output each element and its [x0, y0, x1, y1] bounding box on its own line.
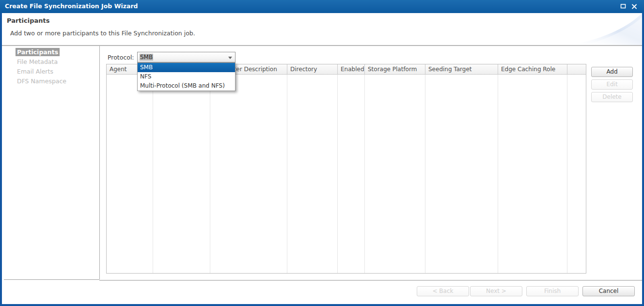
- sidebar-item-label: DFS Namespace: [16, 77, 68, 85]
- close-button[interactable]: [631, 3, 637, 9]
- sidebar-divider: [99, 46, 100, 279]
- table-column: [365, 75, 425, 273]
- dropdown-option-nfs[interactable]: NFS: [138, 72, 235, 81]
- window-border-left: [0, 13, 2, 306]
- protocol-dropdown[interactable]: SMB: [137, 52, 236, 62]
- column-header-directory[interactable]: Directory: [287, 64, 338, 74]
- delete-button: Delete: [591, 92, 633, 102]
- table-column: [338, 75, 365, 273]
- protocol-options-list: SMBNFSMulti-Protocol (SMB and NFS): [137, 62, 236, 91]
- table-column: [107, 75, 153, 273]
- footer-divider-left: [4, 279, 99, 280]
- protocol-label: Protocol:: [108, 54, 134, 61]
- close-icon: [631, 3, 637, 9]
- next-button: Next >: [470, 286, 522, 296]
- window-border-bottom: [0, 304, 644, 306]
- sidebar-item-dfs-namespace: DFS Namespace: [4, 77, 99, 87]
- participants-table-body: [107, 75, 586, 273]
- table-column: [210, 75, 287, 273]
- participants-table: AgentComputer DescriptionDirectoryEnable…: [106, 64, 586, 274]
- sidebar-item-label: File Metadata: [16, 58, 59, 66]
- footer-divider: [99, 280, 642, 281]
- participant-action-buttons: AddEditDelete: [591, 67, 633, 102]
- wizard-window: Create File Synchronization Job Wizard: [0, 0, 644, 306]
- sidebar-item-email-alerts: Email Alerts: [4, 67, 99, 77]
- column-header-edge-caching-role[interactable]: Edge Caching Role: [498, 64, 567, 74]
- table-column: [498, 75, 567, 273]
- maximize-button[interactable]: [620, 3, 626, 9]
- window-border-right: [642, 13, 644, 306]
- finish-button: Finish: [526, 286, 579, 296]
- wizard-steps-list: ParticipantsFile MetadataEmail AlertsDFS…: [4, 48, 99, 87]
- protocol-selected-value: SMB: [140, 54, 153, 61]
- chevron-down-icon[interactable]: [228, 57, 232, 59]
- page-subtitle: Add two or more participants to this Fil…: [10, 30, 195, 37]
- wizard-header: Participants Add two or more participant…: [2, 13, 642, 45]
- title-bar[interactable]: Create File Synchronization Job Wizard: [0, 0, 644, 13]
- sidebar-item-file-metadata: File Metadata: [4, 58, 99, 67]
- back-button: < Back: [417, 286, 469, 296]
- page-title: Participants: [7, 17, 49, 24]
- table-column: [153, 75, 210, 273]
- dropdown-option-smb[interactable]: SMB: [138, 63, 235, 72]
- add-button[interactable]: Add: [591, 67, 633, 77]
- table-column: [287, 75, 338, 273]
- window-controls: [620, 3, 637, 9]
- maximize-icon: [620, 3, 626, 9]
- column-header-seeding-target[interactable]: Seeding Target: [425, 64, 498, 74]
- sidebar-item-label: Email Alerts: [16, 67, 55, 76]
- column-header-storage-platform[interactable]: Storage Platform: [365, 64, 425, 74]
- edit-button: Edit: [591, 79, 633, 90]
- cancel-button[interactable]: Cancel: [582, 286, 635, 296]
- column-header-blank[interactable]: [567, 64, 586, 74]
- decorative-swoosh-graphic: [555, 13, 642, 45]
- sidebar-item-participants[interactable]: Participants: [4, 48, 99, 58]
- header-divider: [2, 45, 642, 46]
- window-title: Create File Synchronization Job Wizard: [5, 2, 138, 10]
- table-column: [567, 75, 586, 273]
- table-column: [425, 75, 498, 273]
- sidebar-item-label: Participants: [16, 48, 60, 56]
- dropdown-option-multi-protocol-smb-and-nfs[interactable]: Multi-Protocol (SMB and NFS): [138, 81, 235, 91]
- column-header-enabled[interactable]: Enabled: [338, 64, 365, 74]
